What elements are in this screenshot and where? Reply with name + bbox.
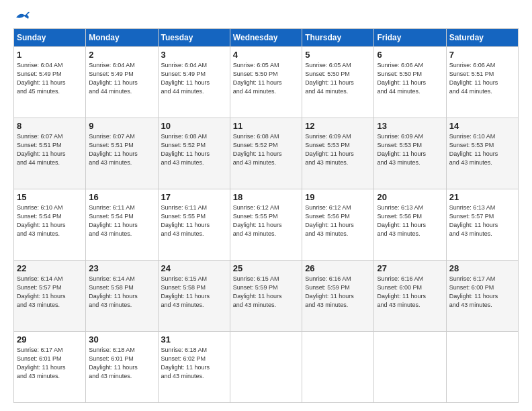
header-cell-monday: Monday [86, 29, 158, 47]
day-number: 11 [233, 121, 299, 131]
calendar-cell [374, 332, 446, 403]
calendar-week-row: 1Sunrise: 6:04 AM Sunset: 5:49 PM Daylig… [14, 47, 519, 118]
day-number: 22 [17, 263, 83, 273]
logo-bird-icon [15, 11, 30, 23]
day-info: Sunrise: 6:08 AM Sunset: 5:52 PM Dayligh… [233, 132, 299, 167]
day-info: Sunrise: 6:14 AM Sunset: 5:57 PM Dayligh… [17, 275, 83, 310]
day-info: Sunrise: 6:07 AM Sunset: 5:51 PM Dayligh… [17, 132, 83, 167]
day-number: 30 [89, 334, 154, 345]
day-info: Sunrise: 6:12 AM Sunset: 5:55 PM Dayligh… [233, 203, 299, 238]
calendar-body: 1Sunrise: 6:04 AM Sunset: 5:49 PM Daylig… [14, 47, 519, 403]
day-info: Sunrise: 6:13 AM Sunset: 5:57 PM Dayligh… [449, 203, 515, 238]
day-info: Sunrise: 6:04 AM Sunset: 5:49 PM Dayligh… [89, 61, 154, 96]
day-info: Sunrise: 6:13 AM Sunset: 5:56 PM Dayligh… [377, 203, 443, 238]
day-info: Sunrise: 6:09 AM Sunset: 5:53 PM Dayligh… [305, 132, 371, 167]
calendar-cell: 11Sunrise: 6:08 AM Sunset: 5:52 PM Dayli… [230, 118, 302, 189]
header-cell-sunday: Sunday [14, 29, 86, 47]
day-number: 18 [233, 192, 299, 202]
header [13, 11, 519, 21]
calendar-cell [446, 332, 518, 403]
day-number: 1 [17, 50, 83, 60]
day-number: 24 [161, 263, 227, 273]
day-info: Sunrise: 6:16 AM Sunset: 5:59 PM Dayligh… [305, 275, 371, 310]
day-info: Sunrise: 6:12 AM Sunset: 5:56 PM Dayligh… [305, 203, 371, 238]
day-info: Sunrise: 6:09 AM Sunset: 5:53 PM Dayligh… [377, 132, 443, 167]
day-info: Sunrise: 6:17 AM Sunset: 6:00 PM Dayligh… [449, 275, 515, 310]
header-cell-saturday: Saturday [446, 29, 518, 47]
day-number: 26 [305, 263, 371, 273]
day-number: 8 [17, 121, 83, 131]
day-info: Sunrise: 6:11 AM Sunset: 5:55 PM Dayligh… [161, 203, 227, 238]
day-number: 17 [161, 192, 227, 202]
calendar-header-row: SundayMondayTuesdayWednesdayThursdayFrid… [14, 29, 519, 47]
calendar-cell: 2Sunrise: 6:04 AM Sunset: 5:49 PM Daylig… [86, 47, 158, 118]
header-cell-friday: Friday [374, 29, 446, 47]
calendar-cell: 23Sunrise: 6:14 AM Sunset: 5:58 PM Dayli… [86, 261, 158, 332]
day-number: 28 [449, 263, 515, 273]
day-number: 23 [89, 263, 154, 273]
calendar-cell: 10Sunrise: 6:08 AM Sunset: 5:52 PM Dayli… [158, 118, 230, 189]
calendar-cell: 9Sunrise: 6:07 AM Sunset: 5:51 PM Daylig… [86, 118, 158, 189]
day-number: 12 [305, 121, 371, 131]
day-info: Sunrise: 6:06 AM Sunset: 5:50 PM Dayligh… [377, 61, 443, 96]
day-number: 20 [377, 192, 443, 202]
day-info: Sunrise: 6:07 AM Sunset: 5:51 PM Dayligh… [89, 132, 154, 167]
day-number: 14 [449, 121, 515, 131]
day-info: Sunrise: 6:15 AM Sunset: 5:58 PM Dayligh… [161, 275, 227, 310]
day-number: 7 [449, 50, 515, 60]
page: SundayMondayTuesdayWednesdayThursdayFrid… [0, 0, 532, 411]
calendar-cell: 18Sunrise: 6:12 AM Sunset: 5:55 PM Dayli… [230, 189, 302, 261]
day-info: Sunrise: 6:14 AM Sunset: 5:58 PM Dayligh… [89, 275, 154, 310]
calendar-cell: 13Sunrise: 6:09 AM Sunset: 5:53 PM Dayli… [374, 118, 446, 189]
calendar-cell: 1Sunrise: 6:04 AM Sunset: 5:49 PM Daylig… [14, 47, 86, 118]
calendar-week-row: 8Sunrise: 6:07 AM Sunset: 5:51 PM Daylig… [14, 118, 519, 189]
day-info: Sunrise: 6:11 AM Sunset: 5:54 PM Dayligh… [89, 203, 154, 238]
calendar-cell: 7Sunrise: 6:06 AM Sunset: 5:51 PM Daylig… [446, 47, 518, 118]
day-info: Sunrise: 6:18 AM Sunset: 6:01 PM Dayligh… [89, 346, 154, 381]
calendar-cell: 28Sunrise: 6:17 AM Sunset: 6:00 PM Dayli… [446, 261, 518, 332]
calendar-cell: 14Sunrise: 6:10 AM Sunset: 5:53 PM Dayli… [446, 118, 518, 189]
day-number: 15 [17, 192, 83, 202]
day-info: Sunrise: 6:04 AM Sunset: 5:49 PM Dayligh… [17, 61, 83, 96]
day-number: 31 [161, 334, 227, 345]
header-cell-wednesday: Wednesday [230, 29, 302, 47]
calendar-cell: 5Sunrise: 6:05 AM Sunset: 5:50 PM Daylig… [302, 47, 374, 118]
day-number: 29 [17, 334, 83, 345]
day-number: 21 [449, 192, 515, 202]
day-number: 10 [161, 121, 227, 131]
calendar-cell: 21Sunrise: 6:13 AM Sunset: 5:57 PM Dayli… [446, 189, 518, 261]
day-info: Sunrise: 6:16 AM Sunset: 6:00 PM Dayligh… [377, 275, 443, 310]
calendar-cell: 27Sunrise: 6:16 AM Sunset: 6:00 PM Dayli… [374, 261, 446, 332]
day-info: Sunrise: 6:05 AM Sunset: 5:50 PM Dayligh… [305, 61, 371, 96]
calendar-cell: 3Sunrise: 6:04 AM Sunset: 5:49 PM Daylig… [158, 47, 230, 118]
calendar-cell: 8Sunrise: 6:07 AM Sunset: 5:51 PM Daylig… [14, 118, 86, 189]
header-cell-tuesday: Tuesday [158, 29, 230, 47]
calendar-week-row: 15Sunrise: 6:10 AM Sunset: 5:54 PM Dayli… [14, 189, 519, 261]
calendar-cell: 19Sunrise: 6:12 AM Sunset: 5:56 PM Dayli… [302, 189, 374, 261]
calendar-cell: 31Sunrise: 6:18 AM Sunset: 6:02 PM Dayli… [158, 332, 230, 403]
day-number: 6 [377, 50, 443, 60]
calendar-cell: 24Sunrise: 6:15 AM Sunset: 5:58 PM Dayli… [158, 261, 230, 332]
calendar-cell: 20Sunrise: 6:13 AM Sunset: 5:56 PM Dayli… [374, 189, 446, 261]
day-info: Sunrise: 6:06 AM Sunset: 5:51 PM Dayligh… [449, 61, 515, 96]
day-info: Sunrise: 6:15 AM Sunset: 5:59 PM Dayligh… [233, 275, 299, 310]
day-info: Sunrise: 6:10 AM Sunset: 5:54 PM Dayligh… [17, 203, 83, 238]
day-info: Sunrise: 6:17 AM Sunset: 6:01 PM Dayligh… [17, 346, 83, 381]
calendar-table: SundayMondayTuesdayWednesdayThursdayFrid… [13, 28, 519, 403]
day-info: Sunrise: 6:10 AM Sunset: 5:53 PM Dayligh… [449, 132, 515, 167]
calendar-cell: 15Sunrise: 6:10 AM Sunset: 5:54 PM Dayli… [14, 189, 86, 261]
day-number: 25 [233, 263, 299, 273]
calendar-cell: 16Sunrise: 6:11 AM Sunset: 5:54 PM Dayli… [86, 189, 158, 261]
calendar-cell: 30Sunrise: 6:18 AM Sunset: 6:01 PM Dayli… [86, 332, 158, 403]
day-number: 27 [377, 263, 443, 273]
calendar-cell: 4Sunrise: 6:05 AM Sunset: 5:50 PM Daylig… [230, 47, 302, 118]
day-number: 13 [377, 121, 443, 131]
day-number: 2 [89, 50, 154, 60]
day-number: 3 [161, 50, 227, 60]
day-number: 5 [305, 50, 371, 60]
day-number: 4 [233, 50, 299, 60]
day-number: 9 [89, 121, 154, 131]
calendar-cell: 25Sunrise: 6:15 AM Sunset: 5:59 PM Dayli… [230, 261, 302, 332]
calendar-cell: 12Sunrise: 6:09 AM Sunset: 5:53 PM Dayli… [302, 118, 374, 189]
day-info: Sunrise: 6:04 AM Sunset: 5:49 PM Dayligh… [161, 61, 227, 96]
